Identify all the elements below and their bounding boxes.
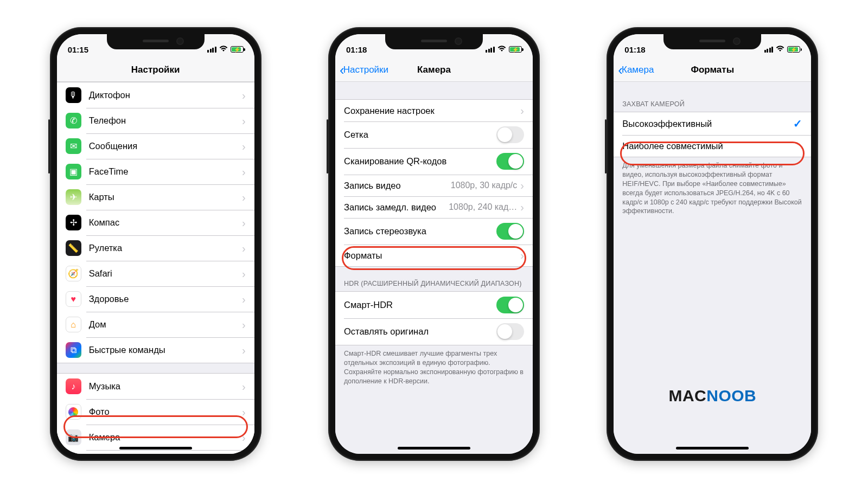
row-label: Оставлять оригинал — [344, 326, 496, 337]
checkmark-icon: ✓ — [793, 117, 802, 130]
row-label: Safari — [89, 268, 242, 279]
maps-icon: ✈ — [66, 189, 81, 205]
chevron-right-icon: › — [242, 217, 246, 228]
safari-icon: 🧭 — [66, 266, 81, 281]
toggle-qr[interactable] — [496, 153, 524, 170]
row-label: Высокоэффективный — [622, 119, 793, 129]
settings-row-messages[interactable]: ✉Сообщения› — [57, 133, 254, 159]
notch — [385, 34, 483, 49]
row-label: Запись стереозвука — [344, 226, 496, 236]
settings-row-phone[interactable]: ✆Телефон› — [57, 108, 254, 133]
row-label: Быстрые команды — [89, 345, 242, 355]
chevron-right-icon: › — [520, 105, 524, 116]
row-label: Рулетка — [89, 243, 242, 253]
chevron-right-icon: › — [242, 294, 246, 305]
screen-1: 01:15 ⚡ Настройки 🎙Диктофон›✆Телефон›✉Со… — [57, 34, 254, 454]
row-detail: 1080p, 30 кадр/с — [451, 181, 518, 190]
settings-row-safari[interactable]: 🧭Safari› — [57, 261, 254, 286]
nav-bar: ‹ Настройки Камера — [335, 58, 533, 82]
row-label: Сканирование QR-кодов — [344, 156, 496, 166]
camera-settings[interactable]: Сохранение настроек › Сетка Сканирование… — [335, 82, 533, 454]
signal-icon — [486, 47, 495, 53]
settings-list[interactable]: 🎙Диктофон›✆Телефон›✉Сообщения›▣FaceTime›… — [57, 82, 254, 454]
row-label: Телефон — [89, 115, 242, 126]
chevron-right-icon: › — [242, 141, 246, 152]
settings-row-photos[interactable]: Фото› — [57, 399, 254, 425]
row-label: Карты — [89, 192, 242, 202]
row-label: Сохранение настроек — [344, 106, 520, 116]
row-label: Компас — [89, 217, 242, 228]
settings-row-health[interactable]: ♥Здоровье› — [57, 286, 254, 312]
back-button[interactable]: ‹ Настройки — [340, 63, 388, 77]
settings-row-home[interactable]: ⌂Дом› — [57, 312, 254, 337]
settings-row-compass[interactable]: ✢Компас› — [57, 210, 254, 235]
chevron-right-icon: › — [242, 407, 246, 418]
camera-icon: 📷 — [66, 429, 81, 445]
compass-icon: ✢ — [66, 215, 81, 230]
row-preserve-settings[interactable]: Сохранение настроек › — [335, 100, 533, 121]
row-high-efficiency[interactable]: Высокоэффективный ✓ — [614, 112, 811, 135]
settings-row-camera[interactable]: 📷Камера› — [57, 425, 254, 450]
row-label: Наиболее совместимый — [622, 141, 802, 151]
row-smart-hdr[interactable]: Смарт-HDR — [335, 292, 533, 318]
wifi-icon — [776, 46, 784, 53]
row-label: Запись видео — [344, 181, 451, 191]
row-grid[interactable]: Сетка — [335, 121, 533, 148]
toggle-stereo[interactable] — [496, 223, 524, 240]
page-title: Настройки — [57, 65, 254, 75]
chevron-right-icon: › — [242, 268, 246, 279]
chevron-right-icon: › — [520, 250, 524, 261]
back-button[interactable]: ‹ Камера — [618, 63, 654, 77]
music-icon: ♪ — [66, 378, 81, 394]
toggle-keep-original[interactable] — [496, 323, 524, 340]
chevron-right-icon: › — [242, 115, 246, 126]
toggle-smart-hdr[interactable] — [496, 297, 524, 313]
phone-2: 01:18 ⚡ ‹ Настройки Камера Сохранение на… — [328, 27, 540, 461]
settings-row-ruler[interactable]: 📏Рулетка› — [57, 235, 254, 261]
row-label: Сообщения — [89, 141, 242, 151]
back-label: Настройки — [343, 65, 388, 75]
group-footer-hdr: Смарт-HDR смешивает лучшие фрагменты тре… — [335, 345, 533, 386]
row-most-compatible[interactable]: Наиболее совместимый — [614, 135, 811, 157]
signal-icon — [764, 47, 774, 53]
row-label: Музыка — [89, 381, 242, 391]
home-indicator[interactable] — [119, 447, 192, 450]
watermark: MACNOOB — [614, 387, 811, 405]
row-record-video[interactable]: Запись видео 1080p, 30 кадр/с › — [335, 175, 533, 196]
toggle-grid[interactable] — [496, 126, 524, 143]
row-detail: 1080p, 240 кад… — [449, 202, 517, 212]
settings-row-dictophone[interactable]: 🎙Диктофон› — [57, 82, 254, 108]
chevron-right-icon: › — [520, 180, 524, 191]
health-icon: ♥ — [66, 291, 81, 307]
settings-row-gamecenter[interactable]: Game Center› — [57, 450, 254, 454]
settings-row-facetime[interactable]: ▣FaceTime› — [57, 159, 254, 184]
row-scan-qr[interactable]: Сканирование QR-кодов — [335, 148, 533, 175]
battery-icon: ⚡ — [509, 46, 522, 53]
chevron-right-icon: › — [242, 432, 246, 443]
screen-3: 01:18 ⚡ ‹ Камера Форматы ЗАХВАТ КАМЕРОЙ — [614, 34, 811, 454]
chevron-right-icon: › — [520, 202, 524, 213]
notch — [663, 34, 761, 49]
settings-row-shortcuts[interactable]: ⧉Быстрые команды› — [57, 337, 254, 363]
nav-bar: Настройки — [57, 58, 254, 82]
row-formats[interactable]: Форматы › — [335, 245, 533, 266]
wifi-icon — [219, 46, 228, 53]
chevron-right-icon: › — [242, 166, 246, 177]
group-footer-formats: Для уменьшения размера файла снимайте фо… — [614, 157, 811, 216]
status-indicators: ⚡ — [207, 46, 244, 53]
home-indicator[interactable] — [676, 447, 749, 450]
settings-row-maps[interactable]: ✈Карты› — [57, 184, 254, 210]
row-keep-original[interactable]: Оставлять оригинал — [335, 318, 533, 345]
ruler-icon: 📏 — [66, 240, 81, 256]
photos-icon — [66, 404, 81, 420]
row-label: Камера — [89, 432, 242, 442]
row-record-slomo[interactable]: Запись замедл. видео 1080p, 240 кад… › — [335, 196, 533, 218]
row-stereo-sound[interactable]: Запись стереозвука — [335, 218, 533, 245]
home-indicator[interactable] — [398, 447, 470, 450]
notch — [107, 34, 205, 49]
signal-icon — [207, 47, 216, 53]
row-label: Запись замедл. видео — [344, 202, 449, 213]
settings-row-music[interactable]: ♪Музыка› — [57, 374, 254, 399]
back-label: Камера — [622, 65, 654, 75]
watermark-mac: MAC — [668, 387, 706, 404]
